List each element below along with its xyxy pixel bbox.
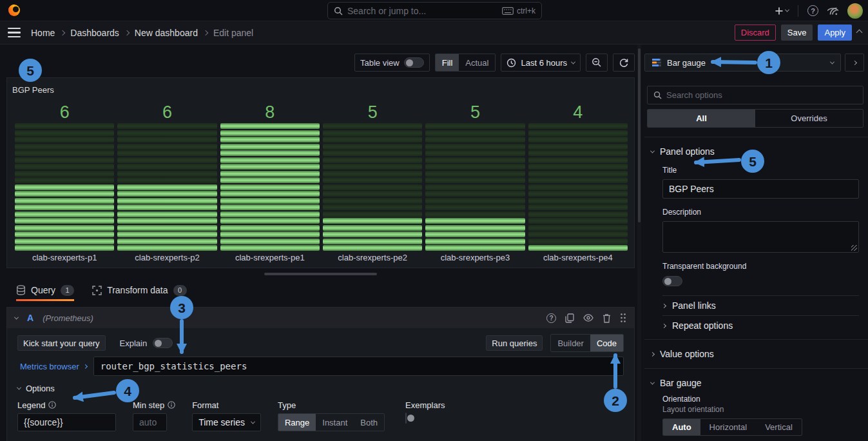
type-both-option[interactable]: Both (354, 414, 384, 431)
table-view-label: Table view (360, 58, 400, 68)
orientation-switch: Auto Horizontal Vertical (662, 418, 802, 436)
bgp-peers-panel[interactable]: BGP Peers 6clab-srexperts-p16clab-srexpe… (6, 77, 635, 268)
duplicate-icon[interactable] (565, 313, 574, 323)
orientation-sublabel: Layout orientation (662, 405, 859, 414)
lcd-cell (425, 171, 525, 177)
pane-resize-handle[interactable] (264, 273, 377, 275)
tab-transform-data[interactable]: Transform data 0 (92, 283, 186, 301)
query-expression-input[interactable]: router_bgp_statistics_peers (93, 357, 624, 376)
chevron-up-icon (856, 30, 863, 36)
vertical-scrollbar[interactable] (637, 44, 641, 441)
lcd-cell (15, 218, 114, 224)
add-new-button[interactable] (775, 6, 789, 15)
lcd-cell (117, 204, 217, 210)
chevron-down-icon (14, 315, 19, 319)
refresh-button[interactable] (613, 54, 635, 72)
fill-option[interactable]: Fill (436, 54, 459, 71)
lcd-cell (425, 144, 525, 150)
zoom-out-button[interactable] (586, 54, 608, 72)
lcd-cell (528, 130, 628, 136)
discard-button[interactable]: Discard (735, 24, 776, 41)
lcd-cell (528, 177, 628, 183)
value-options-section-toggle[interactable]: Value options (644, 340, 868, 359)
kick-start-button[interactable]: Kick start your query (17, 335, 106, 351)
min-step-field: Min step auto (133, 399, 175, 431)
global-search-input[interactable]: Search or jump to... ctrl+k (327, 2, 542, 19)
lcd-cell (323, 130, 422, 136)
search-placeholder: Search or jump to... (347, 6, 497, 16)
panel-options-section-toggle[interactable]: Panel options (644, 137, 868, 157)
eye-icon[interactable] (583, 314, 593, 322)
lcd-cell (323, 211, 422, 217)
actual-option[interactable]: Actual (459, 54, 495, 71)
bar-value: 6 (15, 103, 114, 122)
panel-links-toggle[interactable]: Panel links (662, 296, 859, 315)
lcd-cell (425, 211, 525, 217)
user-avatar[interactable] (847, 3, 863, 19)
panel-title-input[interactable]: BGP Peers (662, 179, 859, 199)
drag-handle-icon[interactable] (620, 313, 626, 323)
shortcut-hint: ctrl+k (502, 6, 535, 15)
resize-grip-icon[interactable] (851, 245, 857, 251)
transparent-bg-toggle[interactable] (662, 276, 682, 286)
collapse-header-button[interactable] (857, 30, 862, 35)
save-button[interactable]: Save (781, 24, 813, 41)
format-select[interactable]: Time series (192, 413, 261, 431)
options-filter-tabs: All Overrides (647, 109, 863, 128)
type-range-option[interactable]: Range (278, 414, 316, 431)
query-row-actions: ? (546, 313, 626, 323)
menu-toggle-icon[interactable] (8, 28, 21, 38)
table-view-toggle[interactable] (404, 57, 424, 68)
sidebar-collapse-button[interactable] (845, 54, 864, 72)
repeat-options-toggle[interactable]: Repeat options (662, 316, 859, 335)
orientation-auto[interactable]: Auto (663, 419, 700, 435)
lcd-cell (220, 211, 320, 217)
table-view-control: Table view (354, 54, 430, 72)
edit-panel-main: Table view Fill Actual Last 6 hours (0, 44, 638, 441)
bar-gauge-section-toggle[interactable]: Bar gauge (644, 369, 868, 388)
orientation-vertical[interactable]: Vertical (756, 419, 802, 435)
breadcrumb-home[interactable]: Home (31, 28, 55, 38)
lcd-cell (220, 245, 320, 251)
chevron-down-icon (650, 148, 655, 153)
legend-input[interactable]: {{source}} (17, 413, 116, 431)
description-textarea[interactable] (662, 221, 859, 253)
code-option[interactable]: Code (590, 335, 623, 351)
time-range-picker[interactable]: Last 6 hours (501, 54, 581, 72)
filter-tab-overrides[interactable]: Overrides (755, 110, 863, 127)
info-icon (48, 401, 56, 409)
lcd-cell (528, 184, 628, 190)
bar-gauge-column: 5clab-srexperts-pe3 (425, 103, 525, 266)
metrics-browser-button[interactable]: Metrics browser (17, 362, 93, 371)
run-queries-button[interactable]: Run queries (486, 335, 543, 351)
breadcrumb-new-dashboard[interactable]: New dashboard (135, 28, 198, 38)
options-section-toggle[interactable]: Options (17, 384, 624, 393)
news-button[interactable] (827, 5, 838, 16)
explain-toggle[interactable] (153, 338, 173, 348)
tab-query[interactable]: Query 1 (16, 283, 74, 301)
question-icon: ? (807, 5, 818, 16)
grafana-logo-icon[interactable] (6, 3, 22, 18)
visualization-picker[interactable]: Bar gauge (644, 54, 841, 72)
builder-option[interactable]: Builder (551, 335, 590, 351)
chevron-down-icon (251, 419, 255, 424)
lcd-cells (425, 123, 525, 251)
lcd-cell (323, 137, 422, 142)
orientation-horizontal[interactable]: Horizontal (700, 419, 757, 435)
breadcrumb-dashboards[interactable]: Dashboards (70, 28, 119, 38)
trash-icon[interactable] (603, 313, 611, 323)
query-help-icon[interactable]: ? (546, 313, 556, 323)
panel-title: BGP Peers (12, 85, 54, 95)
exemplars-toggle[interactable] (405, 413, 407, 424)
filter-tab-all[interactable]: All (648, 110, 755, 127)
apply-button[interactable]: Apply (818, 24, 852, 41)
type-instant-option[interactable]: Instant (316, 414, 354, 431)
lcd-cell (323, 225, 422, 231)
help-button[interactable]: ? (807, 5, 818, 16)
lcd-cell (528, 171, 628, 177)
lcd-cell (220, 198, 320, 204)
search-options-input[interactable]: Search options (647, 86, 863, 104)
lcd-cell (15, 123, 114, 129)
min-step-input[interactable]: auto (133, 413, 167, 431)
query-row-header[interactable]: A (Prometheus) ? (7, 308, 634, 328)
